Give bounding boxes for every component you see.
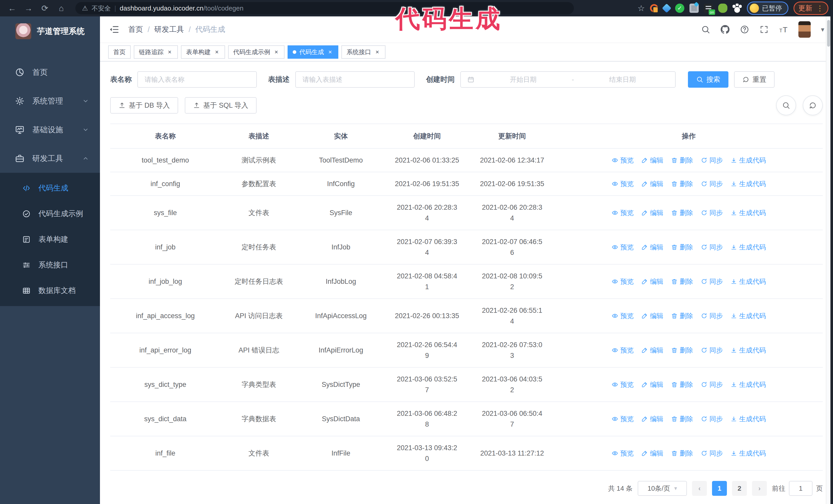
home-icon[interactable]: ⌂ (54, 2, 69, 14)
action-edit-link[interactable]: 编辑 (641, 310, 663, 321)
action-eye-link[interactable]: 预览 (612, 276, 634, 287)
sidebar-subitem-badge[interactable]: 代码生成示例 (0, 201, 100, 226)
extension-icon[interactable] (704, 4, 713, 13)
kebab-menu-icon[interactable]: ⋮ (816, 4, 824, 13)
date-range-picker[interactable]: 开始日期 - 结束日期 (460, 71, 675, 88)
extension-icon[interactable] (650, 4, 658, 12)
goto-page-input[interactable] (789, 481, 812, 496)
action-download-link[interactable]: 生成代码 (731, 310, 766, 321)
extension-icon[interactable] (662, 4, 671, 13)
app-logo[interactable]: 芋道管理系统 (0, 17, 100, 46)
page-button-1[interactable]: 1 (712, 481, 727, 496)
prev-page-button[interactable]: ‹ (692, 481, 707, 496)
sidebar-item-monitor[interactable]: 基础设施 (0, 115, 100, 144)
close-icon[interactable]: × (167, 48, 173, 56)
tag-view-tab[interactable]: 代码生成示例 × (228, 45, 285, 59)
caret-down-icon[interactable]: ▾ (821, 26, 824, 33)
table-desc-input[interactable] (295, 71, 415, 88)
tag-view-tab[interactable]: 首页 × (108, 45, 131, 59)
action-eye-link[interactable]: 预览 (612, 178, 634, 189)
action-delete-link[interactable]: 删除 (671, 208, 693, 218)
action-sync-link[interactable]: 同步 (701, 448, 723, 459)
font-size-icon[interactable]: TT (779, 25, 788, 34)
action-download-link[interactable]: 生成代码 (731, 155, 766, 166)
browser-update-button[interactable]: 更新⋮ (793, 2, 828, 15)
action-eye-link[interactable]: 预览 (612, 242, 634, 253)
close-icon[interactable]: × (273, 48, 279, 56)
action-download-link[interactable]: 生成代码 (731, 276, 766, 287)
import-sql-button[interactable]: 基于 SQL 导入 (185, 97, 257, 114)
extension-icon[interactable] (689, 4, 699, 13)
action-edit-link[interactable]: 编辑 (641, 379, 663, 390)
action-download-link[interactable]: 生成代码 (731, 413, 766, 424)
tag-view-tab[interactable]: 表单构建 × (181, 45, 225, 59)
action-delete-link[interactable]: 删除 (671, 310, 693, 321)
action-sync-link[interactable]: 同步 (701, 345, 723, 356)
action-download-link[interactable]: 生成代码 (731, 345, 766, 356)
action-delete-link[interactable]: 删除 (671, 345, 693, 356)
breadcrumb-home[interactable]: 首页 (128, 24, 143, 34)
sidebar-subitem-database[interactable]: 数据库文档 (0, 278, 100, 304)
page-button-2[interactable]: 2 (732, 481, 747, 496)
action-delete-link[interactable]: 删除 (671, 242, 693, 253)
close-icon[interactable]: × (214, 48, 220, 56)
action-delete-link[interactable]: 删除 (671, 155, 693, 166)
sidebar-subitem-form[interactable]: 表单构建 (0, 226, 100, 252)
action-download-link[interactable]: 生成代码 (731, 379, 766, 390)
action-download-link[interactable]: 生成代码 (731, 448, 766, 459)
import-db-button[interactable]: 基于 DB 导入 (110, 97, 178, 114)
table-name-input[interactable] (137, 71, 257, 88)
sidebar-item-dashboard[interactable]: 首页 (0, 58, 100, 87)
forward-icon[interactable]: → (21, 2, 36, 14)
reload-icon[interactable]: ⟳ (38, 2, 52, 14)
tag-view-tab[interactable]: 系统接口 × (341, 45, 385, 59)
breadcrumb-tools[interactable]: 研发工具 (154, 24, 184, 34)
help-icon[interactable] (740, 25, 749, 34)
action-edit-link[interactable]: 编辑 (641, 242, 663, 253)
action-sync-link[interactable]: 同步 (701, 310, 723, 321)
action-delete-link[interactable]: 删除 (671, 178, 693, 189)
profile-paused-badge[interactable]: 已暂停 (747, 2, 788, 15)
action-delete-link[interactable]: 删除 (671, 276, 693, 287)
search-button[interactable]: 搜索 (688, 71, 729, 88)
action-download-link[interactable]: 生成代码 (731, 242, 766, 253)
refresh-table-button[interactable] (803, 95, 823, 115)
action-eye-link[interactable]: 预览 (612, 208, 634, 218)
action-edit-link[interactable]: 编辑 (641, 208, 663, 218)
page-scrollbar[interactable] (826, 17, 830, 504)
extension-icon[interactable] (718, 4, 728, 13)
sidebar-collapse-icon[interactable] (109, 24, 119, 35)
sidebar-subitem-sliders[interactable]: 系统接口 (0, 252, 100, 278)
action-download-link[interactable]: 生成代码 (731, 208, 766, 218)
address-bar[interactable]: ⚠ 不安全 | dashboard.yudao.iocoder.cn/tool/… (75, 2, 574, 14)
action-delete-link[interactable]: 删除 (671, 413, 693, 424)
action-edit-link[interactable]: 编辑 (641, 276, 663, 287)
tag-view-tab[interactable]: 代码生成 × (288, 45, 338, 59)
end-date-placeholder[interactable]: 结束日期 (576, 75, 669, 84)
search-icon[interactable] (701, 25, 710, 34)
extension-icon[interactable]: ✓ (675, 4, 684, 13)
user-avatar[interactable] (799, 21, 811, 38)
action-sync-link[interactable]: 同步 (701, 379, 723, 390)
close-icon[interactable]: × (327, 48, 333, 56)
action-edit-link[interactable]: 编辑 (641, 178, 663, 189)
action-sync-link[interactable]: 同步 (701, 242, 723, 253)
page-size-select[interactable]: 10条/页 ▾ (638, 481, 687, 496)
action-eye-link[interactable]: 预览 (612, 155, 634, 166)
sidebar-subitem-code[interactable]: 代码生成 (0, 175, 100, 201)
action-eye-link[interactable]: 预览 (612, 379, 634, 390)
action-delete-link[interactable]: 删除 (671, 448, 693, 459)
bookmark-star-icon[interactable]: ☆ (638, 3, 645, 13)
security-label[interactable]: 不安全 (92, 4, 111, 13)
sidebar-item-gear[interactable]: 系统管理 (0, 87, 100, 115)
start-date-placeholder[interactable]: 开始日期 (477, 75, 570, 84)
action-edit-link[interactable]: 编辑 (641, 155, 663, 166)
extension-icon[interactable] (733, 4, 742, 13)
action-download-link[interactable]: 生成代码 (731, 178, 766, 189)
action-eye-link[interactable]: 预览 (612, 310, 634, 321)
sidebar-item-toolbox[interactable]: 研发工具 (0, 144, 100, 173)
action-sync-link[interactable]: 同步 (701, 276, 723, 287)
action-sync-link[interactable]: 同步 (701, 155, 723, 166)
tag-view-tab[interactable]: 链路追踪 × (134, 45, 178, 59)
action-delete-link[interactable]: 删除 (671, 379, 693, 390)
